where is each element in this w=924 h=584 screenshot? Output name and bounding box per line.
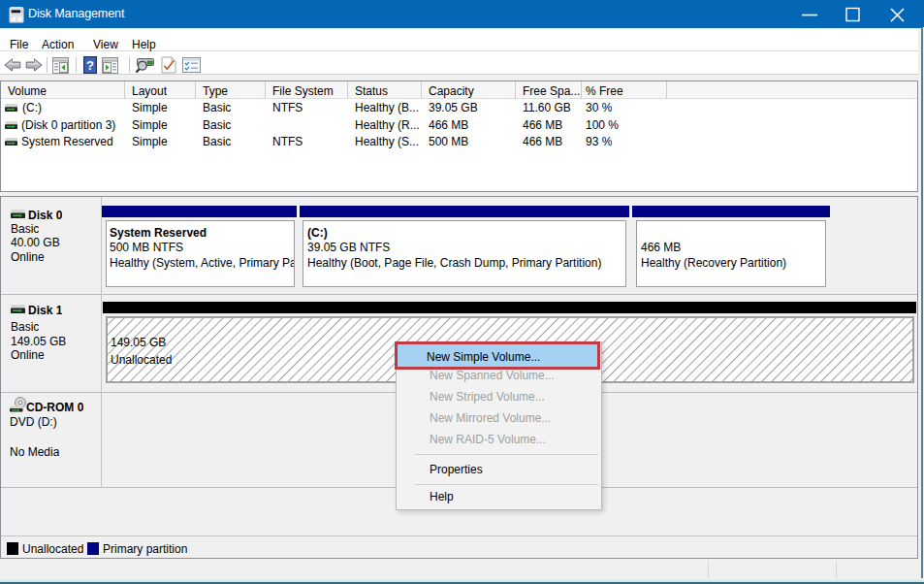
svg-text:?: ? xyxy=(86,58,94,73)
